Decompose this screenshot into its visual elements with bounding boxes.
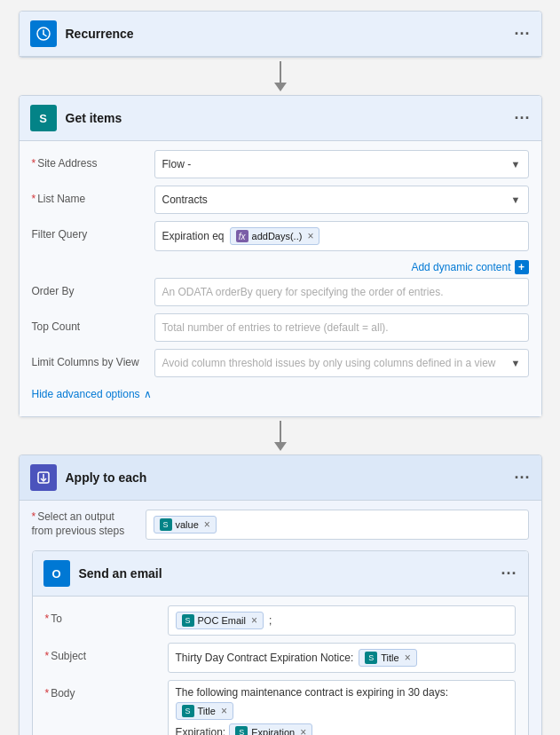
filter-query-field[interactable]: Expiration eq fx addDays(..) ×: [154, 221, 529, 251]
select-output-field[interactable]: S value ×: [146, 510, 529, 540]
poc-email-tag-close[interactable]: ×: [251, 614, 257, 627]
body-title-tag-close[interactable]: ×: [221, 705, 227, 717]
subject-text: Thirty Day Contract Expiration Notice:: [176, 652, 354, 664]
value-tag-close[interactable]: ×: [204, 518, 210, 531]
body-line-1: The following maintenance contract is ex…: [176, 686, 508, 699]
send-email-header: O Send an email ···: [33, 551, 528, 597]
filter-query-label: Filter Query: [32, 221, 147, 241]
list-name-value: Contracts: [162, 194, 208, 206]
add-dynamic-content-link[interactable]: Add dynamic content +: [411, 260, 528, 274]
get-items-card: S Get items ··· Site Address Flow - ▼ Li…: [19, 95, 542, 417]
body-expiration-sp-icon: S: [235, 726, 248, 735]
body-line-2: S Title ×: [176, 702, 508, 720]
top-count-field[interactable]: Total number of entries to retrieve (def…: [154, 313, 529, 342]
limit-columns-label: Limit Columns by View: [32, 349, 147, 368]
apply-to-each-card: Apply to each ··· Select an output from …: [19, 454, 542, 735]
order-by-row: Order By An ODATA orderBy query for spec…: [32, 278, 529, 306]
subject-title-sp-icon: S: [365, 652, 377, 664]
body-title-sp-icon: S: [182, 705, 194, 717]
top-count-row: Top Count Total number of entries to ret…: [32, 313, 529, 342]
filter-function-label: addDays(..): [252, 231, 303, 241]
to-label: To: [45, 605, 161, 625]
body-label: Body: [45, 680, 161, 699]
dynamic-content-row: Add dynamic content +: [32, 258, 529, 278]
value-tag: S value ×: [154, 516, 217, 533]
send-email-body: To S POC Email × ; Subject: [33, 597, 528, 735]
list-name-row: List Name Contracts ▼: [32, 186, 529, 214]
body-title-tag-label: Title: [198, 706, 216, 716]
poc-email-tag: S POC Email ×: [176, 612, 264, 629]
body-line-3: Expiration: S Expiration ×: [176, 723, 508, 735]
subject-title-tag-close[interactable]: ×: [405, 652, 411, 664]
apply-to-each-body: Select an output from previous steps S v…: [20, 501, 541, 735]
dynamic-content-label: Add dynamic content: [411, 261, 510, 273]
body-title-tag: S Title ×: [176, 702, 233, 720]
subject-label: Subject: [45, 643, 161, 662]
recurrence-card: Recurrence ···: [19, 11, 542, 58]
get-items-body: Site Address Flow - ▼ List Name Contract…: [20, 141, 541, 416]
poc-email-sp-icon: S: [182, 614, 194, 627]
apply-to-each-icon: [30, 464, 57, 491]
dynamic-content-plus-icon: +: [515, 260, 529, 274]
list-name-field[interactable]: Contracts ▼: [154, 186, 529, 214]
limit-columns-arrow: ▼: [511, 358, 521, 368]
subject-row: Subject Thirty Day Contract Expiration N…: [45, 643, 516, 673]
limit-columns-placeholder: Avoid column threshold issues by only us…: [162, 357, 496, 369]
body-expiration-tag: S Expiration ×: [229, 723, 312, 735]
get-items-menu[interactable]: ···: [514, 109, 530, 128]
to-row: To S POC Email × ;: [45, 605, 516, 636]
order-by-field[interactable]: An ODATA orderBy query for specifying th…: [154, 278, 529, 306]
list-name-label: List Name: [32, 186, 147, 205]
recurrence-title: Recurrence: [66, 27, 506, 41]
arrow-1: [274, 61, 287, 91]
hide-advanced-label: Hide advanced options: [32, 388, 140, 400]
svg-line-2: [43, 35, 46, 36]
recurrence-header: Recurrence ···: [20, 12, 541, 57]
filter-function-tag: fx addDays(..) ×: [230, 227, 320, 245]
flow-container: Recurrence ··· S Get items ··· Site Addr…: [11, 11, 549, 735]
arrow-2: [274, 421, 287, 451]
site-address-row: Site Address Flow - ▼: [32, 150, 529, 178]
subject-title-tag: S Title ×: [359, 649, 416, 667]
arrow-line-2: [280, 421, 281, 442]
value-sp-icon: S: [160, 518, 172, 531]
body-field[interactable]: The following maintenance contract is ex…: [168, 680, 516, 735]
recurrence-menu[interactable]: ···: [514, 25, 530, 43]
body-expiration-tag-close[interactable]: ×: [300, 726, 306, 735]
hide-advanced-link[interactable]: Hide advanced options ∧: [32, 384, 529, 407]
value-tag-label: value: [176, 519, 199, 530]
site-address-field[interactable]: Flow - ▼: [154, 150, 529, 178]
body-line1-text: The following maintenance contract is ex…: [176, 686, 449, 699]
subject-title-tag-label: Title: [381, 652, 398, 663]
limit-columns-row: Limit Columns by View Avoid column thres…: [32, 349, 529, 377]
body-expiration-label: Expiration:: [176, 726, 226, 735]
send-email-menu[interactable]: ···: [501, 565, 517, 583]
select-output-row: Select an output from previous steps S v…: [32, 510, 529, 540]
outlook-icon: O: [43, 560, 70, 587]
arrow-head-1: [274, 83, 287, 91]
filter-query-row: Filter Query Expiration eq fx addDays(..…: [32, 221, 529, 251]
top-count-label: Top Count: [32, 313, 147, 333]
top-count-placeholder: Total number of entries to retrieve (def…: [162, 321, 389, 334]
limit-columns-field[interactable]: Avoid column threshold issues by only us…: [154, 349, 529, 377]
site-address-label: Site Address: [32, 150, 147, 170]
filter-fx-icon: fx: [236, 230, 248, 242]
to-field[interactable]: S POC Email × ;: [168, 605, 516, 636]
send-email-card: O Send an email ··· To S POC Email ×: [32, 550, 529, 735]
body-row: Body The following maintenance contract …: [45, 680, 516, 735]
site-address-arrow: ▼: [511, 159, 521, 170]
filter-function-close[interactable]: ×: [307, 230, 313, 242]
list-name-arrow: ▼: [511, 194, 521, 205]
arrow-head-2: [274, 442, 287, 451]
hide-advanced-icon: ∧: [144, 388, 152, 400]
get-items-title: Get items: [66, 111, 506, 125]
recurrence-icon: [30, 20, 57, 47]
get-items-header: S Get items ···: [20, 96, 541, 141]
apply-to-each-title: Apply to each: [66, 470, 506, 485]
sharepoint-icon: S: [30, 105, 57, 131]
to-suffix: ;: [269, 614, 272, 627]
filter-query-text: Expiration eq: [162, 230, 225, 242]
subject-field[interactable]: Thirty Day Contract Expiration Notice: S…: [168, 643, 516, 673]
apply-to-each-menu[interactable]: ···: [514, 469, 530, 487]
arrow-line-1: [280, 61, 281, 83]
